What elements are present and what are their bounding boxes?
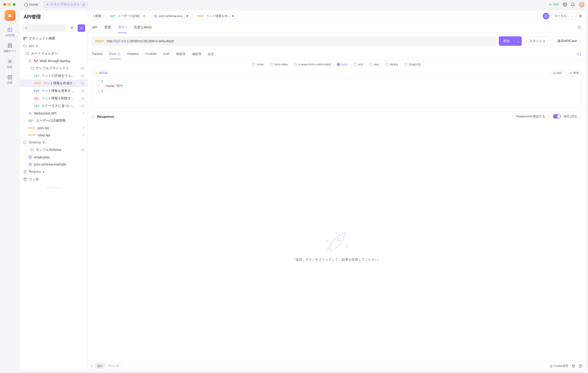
- refresh-button[interactable]: [543, 13, 549, 19]
- settings-icon[interactable]: [563, 2, 567, 7]
- trash-row[interactable]: ゴミ箱: [20, 175, 87, 183]
- search-input[interactable]: [22, 24, 66, 32]
- tab-post[interactable]: 後処理: [192, 49, 201, 59]
- tab-body[interactable]: Body1: [109, 49, 121, 59]
- tree-sample-project[interactable]: ⌄ サンプルプロジェクト (5): [20, 64, 87, 72]
- body-type-radio[interactable]: GraphQL: [404, 63, 421, 66]
- tab-auth[interactable]: Auth: [163, 49, 170, 59]
- help-icon[interactable]: [578, 364, 582, 368]
- subtab-api[interactable]: API: [92, 22, 97, 32]
- tab-headers[interactable]: Headers: [127, 49, 139, 59]
- tree-endpoint[interactable]: › POST ペット情報を作成す... (1): [20, 80, 87, 87]
- tree-sample-schema[interactable]: › サンプルSchema (3): [20, 146, 87, 154]
- tab-project[interactable]: ✕ テストプロジェクト: [44, 1, 88, 8]
- tree-root-folder[interactable]: ルートフォルダー: [20, 50, 87, 57]
- section-request[interactable]: Request ▸: [20, 168, 87, 175]
- env-select[interactable]: ローカル... ⌄: [552, 12, 576, 20]
- content-tab[interactable]: GETユーザーの詳細...: [106, 11, 149, 21]
- zoom-window-icon[interactable]: [13, 3, 16, 6]
- svg-rect-10: [24, 37, 25, 38]
- history-icon[interactable]: [577, 25, 581, 30]
- seg-design[interactable]: 設計: [95, 363, 105, 369]
- tab-home[interactable]: Home: [21, 1, 41, 8]
- body-type-radio[interactable]: xml: [354, 63, 363, 66]
- minimize-window-icon[interactable]: [8, 3, 11, 6]
- save-case-button[interactable]: 保存APICase: [553, 36, 581, 46]
- format-button[interactable]: 整形: [567, 70, 581, 76]
- radio-icon: [369, 63, 372, 66]
- code-editor[interactable]: 1{ 2 "name":"田中" 3}: [92, 79, 581, 107]
- method-label: POST: [95, 39, 104, 43]
- invite-button[interactable]: 招待: [549, 2, 559, 7]
- url-field[interactable]: POST http://127.0.0.1:3658/m1/361888-0-d…: [92, 36, 496, 46]
- add-button[interactable]: [78, 24, 85, 32]
- subtab-mock[interactable]: 高度なMock: [134, 22, 151, 33]
- tree-endpoint[interactable]: › DEL ペット情報を削除す... (1): [20, 95, 87, 102]
- menu-icon[interactable]: [578, 14, 583, 18]
- dynamic-value-button[interactable]: ✨ 動的値: [92, 70, 110, 76]
- section-schema[interactable]: Schema ▾: [20, 139, 87, 146]
- extract-button[interactable]: 抽出: [550, 70, 565, 76]
- close-window-icon[interactable]: [3, 3, 6, 6]
- content-tab[interactable]: POSTペット情報を作...: [193, 11, 238, 21]
- content: ト概要GETユーザーの詳細...json-schema-exa...POSTペッ…: [88, 11, 586, 371]
- subtab-change[interactable]: 変更: [105, 22, 111, 33]
- bell-icon[interactable]: [570, 2, 575, 7]
- radio-icon: [252, 63, 255, 66]
- tree-jsonrpc[interactable]: POST json-rpc: [20, 124, 87, 131]
- collapse-icon[interactable]: «: [91, 364, 93, 368]
- tab-cookies[interactable]: Cookies: [146, 49, 157, 59]
- body-type-radio[interactable]: json: [337, 63, 347, 66]
- body-type-radio[interactable]: none: [252, 63, 263, 66]
- content-tab[interactable]: ト概要: [88, 11, 106, 21]
- app-logo-icon[interactable]: [4, 10, 15, 21]
- body-type-radio[interactable]: binary: [385, 63, 398, 66]
- tree-schema-jsonexample[interactable]: json-schema-example: [20, 161, 87, 168]
- tab-pre[interactable]: 前処理: [176, 49, 186, 59]
- rail-share[interactable]: 共有: [0, 73, 20, 86]
- cube-icon: [28, 162, 32, 166]
- seg-debug[interactable]: デバッグ: [105, 363, 122, 369]
- body-type-radio[interactable]: x-www-form-urlencoded: [294, 63, 331, 66]
- more-icon[interactable]: ⋯: [536, 14, 540, 18]
- api-mgmt-icon: [7, 27, 13, 32]
- body-type-radio[interactable]: form-data: [270, 63, 288, 66]
- autotest-icon: [7, 43, 13, 48]
- filter-button[interactable]: [68, 24, 76, 32]
- close-icon[interactable]: ✕: [46, 3, 49, 6]
- tree-endpoint[interactable]: › PUT ペット情報を更新す... (2): [20, 87, 87, 95]
- sidebar-overview[interactable]: プロジェクト概要: [20, 35, 87, 42]
- chevron-down-icon[interactable]: ⌄: [92, 115, 95, 118]
- avatar[interactable]: [578, 1, 585, 8]
- verify-toggle[interactable]: [553, 114, 561, 118]
- rail-autotest[interactable]: 自動テスト: [0, 41, 20, 55]
- status-select[interactable]: 成功 (201) ⌄: [563, 114, 581, 118]
- subtab-run[interactable]: 実行 •: [118, 22, 127, 33]
- tree-walk[interactable]: M 🐶 Walk through Apidog: [20, 57, 87, 64]
- tree-user-detail[interactable]: GET ユーザーの詳細情報: [20, 117, 87, 124]
- rail-api-mgmt[interactable]: API管理: [0, 25, 20, 39]
- content-tab[interactable]: json-schema-exa...: [149, 11, 193, 21]
- chevron-down-icon[interactable]: ⌄: [514, 39, 522, 43]
- send-button[interactable]: 送信 ⌄: [499, 36, 522, 46]
- tree-endpoint[interactable]: › GET ペットの詳細をクエ... (4): [20, 72, 87, 80]
- code-icon[interactable]: [577, 49, 581, 59]
- status-dot-icon: [83, 113, 84, 114]
- shirt-icon[interactable]: [571, 364, 575, 368]
- section-api[interactable]: API ▾: [20, 42, 87, 50]
- help-icon[interactable]: ⓘ: [547, 114, 550, 118]
- tab-settings[interactable]: 設定: [208, 49, 214, 59]
- body-type-radio[interactable]: raw: [369, 63, 379, 66]
- stash-button[interactable]: スタッシュ: [525, 36, 550, 46]
- tree-soap[interactable]: POST soap api: [20, 131, 87, 139]
- svg-point-0: [549, 3, 551, 4]
- tree-websocket[interactable]: Websocket API: [20, 110, 87, 117]
- tree-schema-employees[interactable]: employees: [20, 154, 87, 161]
- folder-icon: [30, 148, 34, 152]
- cookie-mgmt-button[interactable]: Cookie管理: [549, 364, 568, 368]
- dirty-dot-icon: [143, 15, 145, 17]
- tree-endpoint[interactable]: › GET ステータスに基づい... (2): [20, 102, 87, 110]
- tab-params[interactable]: Params: [92, 49, 103, 59]
- rail-settings[interactable]: 設定: [0, 57, 20, 71]
- external-link-icon[interactable]: [82, 3, 85, 6]
